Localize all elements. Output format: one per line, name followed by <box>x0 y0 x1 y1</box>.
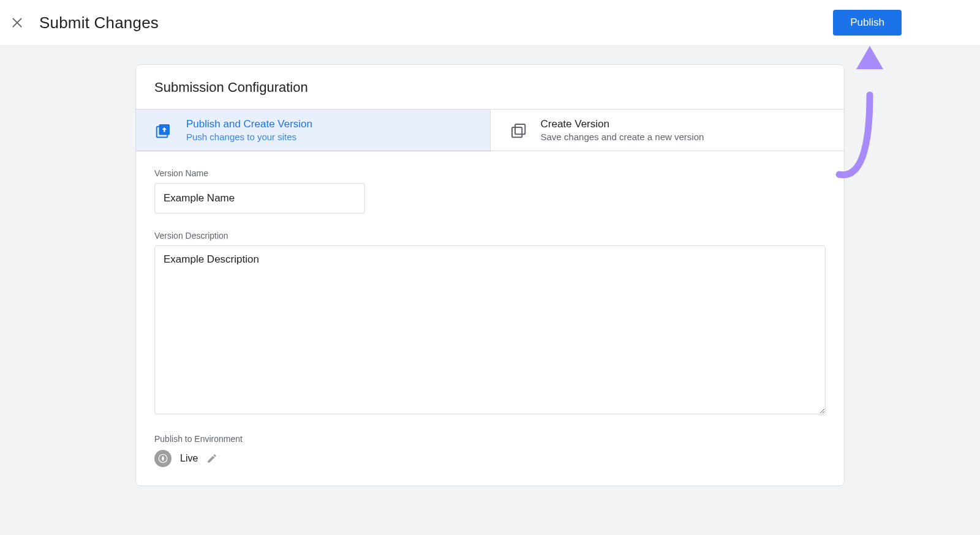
environment-name: Live <box>180 453 198 464</box>
edit-environment-icon[interactable] <box>206 453 217 464</box>
svg-marker-8 <box>856 46 883 69</box>
option-title: Create Version <box>541 118 704 130</box>
close-icon[interactable] <box>11 17 23 29</box>
card-header: Submission Configuration <box>136 65 844 109</box>
submission-config-card: Submission Configuration Publish and Cre… <box>135 64 845 486</box>
version-name-input[interactable] <box>154 183 365 214</box>
svg-marker-7 <box>162 456 165 462</box>
option-texts: Create Version Save changes and create a… <box>541 118 704 142</box>
copy-icon <box>509 121 527 140</box>
version-name-label: Version Name <box>154 168 826 178</box>
option-title: Publish and Create Version <box>186 118 312 130</box>
option-desc: Save changes and create a new version <box>541 132 704 142</box>
option-create-version[interactable]: Create Version Save changes and create a… <box>491 110 845 151</box>
header-left: Submit Changes <box>11 13 159 32</box>
submission-options-row: Publish and Create Version Push changes … <box>136 109 844 151</box>
version-description-input[interactable]: Example Description <box>154 245 826 414</box>
upload-icon <box>154 121 173 140</box>
version-name-block: Version Name <box>154 168 826 214</box>
workspace: Submission Configuration Publish and Cre… <box>0 46 980 486</box>
option-texts: Publish and Create Version Push changes … <box>186 118 312 142</box>
card-title: Submission Configuration <box>154 80 826 95</box>
form-area: Version Name Version Description Example… <box>136 151 844 485</box>
page-title: Submit Changes <box>39 13 159 32</box>
publish-button[interactable]: Publish <box>833 10 902 36</box>
publish-environment-section: Publish to Environment Live <box>154 434 826 467</box>
option-publish-and-create-version[interactable]: Publish and Create Version Push changes … <box>136 110 491 151</box>
version-description-label: Version Description <box>154 231 826 241</box>
dialog-header: Submit Changes Publish <box>0 0 980 46</box>
option-desc: Push changes to your sites <box>186 132 312 142</box>
version-description-block: Version Description Example Description <box>154 231 826 417</box>
svg-rect-4 <box>512 127 522 137</box>
svg-rect-5 <box>515 124 525 134</box>
publish-env-label: Publish to Environment <box>154 434 826 444</box>
compass-icon <box>154 450 172 467</box>
environment-row: Live <box>154 450 826 467</box>
